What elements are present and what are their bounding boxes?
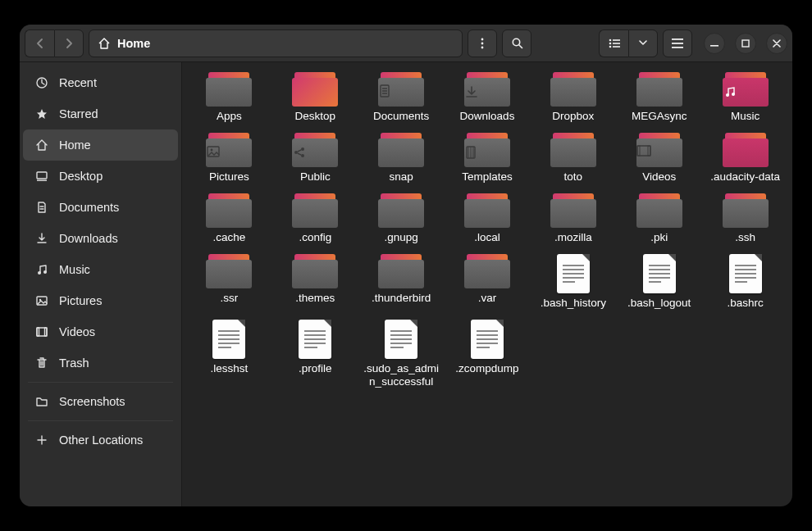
sidebar-item-screenshots[interactable]: Screenshots xyxy=(23,386,178,417)
clock-icon xyxy=(34,76,49,89)
icon-grid: AppsDesktopDocumentsDownloadsDropboxMEGA… xyxy=(187,70,787,391)
file-item[interactable]: .bash_history xyxy=(531,252,615,313)
hamburger-menu-button[interactable] xyxy=(663,30,692,57)
close-button[interactable] xyxy=(766,33,787,54)
view-dropdown-button[interactable] xyxy=(628,30,658,57)
folder-icon xyxy=(292,193,338,228)
file-icon xyxy=(299,320,331,359)
folder-item[interactable]: snap xyxy=(359,131,444,187)
file-item[interactable]: .lesshst xyxy=(187,318,271,391)
sidebar-item-documents[interactable]: Documents xyxy=(23,192,178,223)
sidebar-item-other-locations[interactable]: Other Locations xyxy=(23,424,178,456)
item-label: Dropbox xyxy=(552,110,594,123)
folder-item[interactable]: .audacity-data xyxy=(703,131,787,187)
item-label: .bash_history xyxy=(541,297,606,310)
file-item[interactable]: .bashrc xyxy=(703,252,787,313)
sidebar-item-trash[interactable]: Trash xyxy=(23,347,178,379)
sidebar-item-label: Recent xyxy=(59,76,97,89)
item-label: toto xyxy=(564,170,583,184)
svg-rect-8 xyxy=(613,43,620,44)
sidebar-item-starred[interactable]: Starred xyxy=(23,98,178,129)
file-item[interactable]: .profile xyxy=(273,318,358,391)
svg-line-4 xyxy=(519,45,522,48)
folder-icon xyxy=(550,72,596,107)
search-button[interactable] xyxy=(502,30,531,57)
maximize-icon xyxy=(741,39,750,48)
folder-item[interactable]: Documents xyxy=(359,70,444,126)
file-icon xyxy=(557,254,590,293)
folder-item[interactable]: MEGAsync xyxy=(617,70,701,126)
sidebar-item-videos[interactable]: Videos xyxy=(23,316,178,347)
path-menu-button[interactable] xyxy=(468,30,497,57)
folder-item[interactable]: .pki xyxy=(617,192,701,247)
sidebar-item-label: Pictures xyxy=(59,294,102,307)
close-icon xyxy=(773,39,781,48)
folder-icon xyxy=(206,72,252,107)
path-bar[interactable]: Home xyxy=(89,30,463,57)
svg-rect-15 xyxy=(742,40,749,47)
folder-item[interactable]: .cache xyxy=(187,192,271,247)
file-item[interactable]: .zcompdump xyxy=(445,318,530,391)
folder-item[interactable]: Apps xyxy=(187,70,271,126)
sidebar-item-desktop[interactable]: Desktop xyxy=(23,161,178,192)
chevron-right-icon xyxy=(65,39,73,48)
sidebar-item-pictures[interactable]: Pictures xyxy=(23,285,178,316)
folder-item[interactable]: .ssr xyxy=(187,252,271,313)
sidebar-item-music[interactable]: Music xyxy=(23,254,178,285)
svg-point-40 xyxy=(301,154,304,157)
sidebar-item-label: Documents xyxy=(59,201,119,214)
search-icon xyxy=(511,37,523,49)
file-item[interactable]: .bash_logout xyxy=(617,252,701,313)
folder-item[interactable]: .thunderbird xyxy=(359,252,444,313)
sidebar-item-label: Starred xyxy=(59,107,98,120)
folder-item[interactable]: .ssh xyxy=(703,192,787,247)
folder-item[interactable]: Downloads xyxy=(445,70,530,126)
forward-button[interactable] xyxy=(54,30,84,57)
folder-item[interactable]: Dropbox xyxy=(531,70,615,126)
item-label: Templates xyxy=(462,170,513,184)
folder-item[interactable]: toto xyxy=(531,131,615,187)
item-label: .ssr xyxy=(221,292,239,305)
file-item[interactable]: .sudo_as_admin_successful xyxy=(359,318,444,391)
svg-point-1 xyxy=(481,42,484,44)
minimize-button[interactable] xyxy=(704,33,725,54)
folder-item[interactable]: .var xyxy=(445,252,530,313)
folder-item[interactable]: Templates xyxy=(445,131,530,187)
star-icon xyxy=(34,107,49,120)
folder-item[interactable]: .gnupg xyxy=(359,192,444,247)
svg-rect-6 xyxy=(613,39,620,41)
folder-item[interactable]: Videos xyxy=(617,131,701,187)
folder-item[interactable]: Pictures xyxy=(187,131,271,187)
item-label: .sudo_as_admin_successful xyxy=(361,362,442,388)
back-button[interactable] xyxy=(25,30,54,57)
file-icon xyxy=(385,320,417,359)
main-view[interactable]: AppsDesktopDocumentsDownloadsDropboxMEGA… xyxy=(182,62,792,506)
folder-item[interactable]: Public xyxy=(273,131,358,187)
folder-item[interactable]: Desktop xyxy=(273,70,358,126)
file-icon xyxy=(471,320,504,359)
pictures-icon xyxy=(34,294,49,307)
window-controls xyxy=(704,33,787,54)
svg-point-2 xyxy=(481,46,484,48)
folder-item[interactable]: .config xyxy=(273,192,358,247)
svg-rect-27 xyxy=(45,328,48,336)
svg-point-9 xyxy=(609,45,611,48)
maximize-button[interactable] xyxy=(735,33,756,54)
folder-item[interactable]: .local xyxy=(445,192,530,247)
chevron-down-icon xyxy=(639,40,647,46)
folder-item[interactable]: Music xyxy=(703,70,787,126)
sidebar-item-downloads[interactable]: Downloads xyxy=(23,223,178,254)
home-icon xyxy=(98,37,111,50)
item-label: .var xyxy=(478,292,497,305)
svg-rect-11 xyxy=(672,39,683,40)
svg-point-39 xyxy=(301,148,304,151)
folder-icon xyxy=(464,193,510,228)
view-list-button[interactable] xyxy=(599,30,628,57)
item-label: .themes xyxy=(295,292,335,305)
svg-line-41 xyxy=(298,150,301,152)
sidebar-item-home[interactable]: Home xyxy=(23,129,178,161)
folder-item[interactable]: .mozilla xyxy=(531,192,615,247)
sidebar-item-recent[interactable]: Recent xyxy=(23,67,178,98)
folder-item[interactable]: .themes xyxy=(273,252,358,313)
file-icon xyxy=(643,254,676,293)
